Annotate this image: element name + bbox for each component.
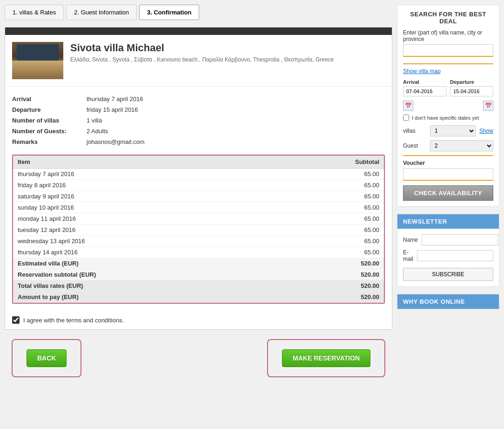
- guest-label: Guest: [403, 143, 426, 149]
- price-cell: 65.00: [282, 202, 384, 213]
- estimated-villa-value: 520.00: [282, 258, 384, 269]
- terms-label: I agree with the terms and conditions.: [23, 317, 124, 324]
- steps-nav: 1. villas & Rates 2. Guest Information 3…: [5, 5, 392, 20]
- table-row: tuesday 12 april 2016 65.00: [13, 225, 384, 236]
- num-villas-label: Number of villas: [12, 117, 87, 124]
- booking-header: [5, 27, 392, 35]
- name-label: Name: [403, 237, 418, 243]
- sidebar: SEARCH FOR THE BEST DEAL Enter (part of)…: [397, 5, 499, 424]
- search-title: SEARCH FOR THE BEST DEAL: [403, 11, 493, 25]
- pricing-table: Item Subtotal thursday 7 april 2016 65.0…: [13, 156, 384, 303]
- date-cell: tuesday 12 april 2016: [13, 225, 282, 236]
- table-row: friday 8 april 2016 65.00: [13, 180, 384, 191]
- subscribe-button[interactable]: SUBSCRIBE: [403, 268, 493, 281]
- terms-row: I agree with the terms and conditions.: [5, 311, 392, 329]
- villa-name: Sivota villa Michael: [70, 42, 334, 54]
- voucher-input[interactable]: [403, 168, 493, 181]
- subtotal-col-header: Subtotal: [282, 156, 384, 169]
- reserve-box: MAKE RESERVATION: [267, 339, 385, 377]
- price-cell: 65.00: [282, 169, 384, 180]
- estimated-villa-label: Estimated villa (EUR): [13, 258, 282, 269]
- why-book-header: WHY BOOK ONLINE: [397, 294, 499, 309]
- villa-details: Sivota villa Michael Ελλάδα, Sivota , Sy…: [70, 42, 334, 79]
- departure-calendar-icon[interactable]: 📅: [483, 101, 493, 111]
- search-section: SEARCH FOR THE BEST DEAL Enter (part of)…: [397, 5, 499, 207]
- amount-to-pay-value: 520.00: [282, 292, 384, 303]
- voucher-label: Voucher: [403, 160, 493, 166]
- booking-details: Arrival thursday 7 april 2016 Departure …: [5, 87, 392, 155]
- arrival-date-label: Arrival: [403, 79, 446, 85]
- email-input[interactable]: [417, 250, 493, 261]
- pricing-section: Item Subtotal thursday 7 april 2016 65.0…: [12, 155, 385, 304]
- reservation-subtotal-value: 520.00: [282, 269, 384, 280]
- price-cell: 65.00: [282, 191, 384, 202]
- name-input[interactable]: [422, 234, 498, 245]
- table-row: sunday 10 april 2016 65.00: [13, 202, 384, 213]
- table-row: thursday 7 april 2016 65.00: [13, 169, 384, 180]
- table-row: saturday 9 april 2016 65.00: [13, 191, 384, 202]
- make-reservation-button[interactable]: MAKE RESERVATION: [282, 349, 370, 367]
- no-dates-checkbox[interactable]: [403, 115, 409, 121]
- villa-address: Ελλάδα, Sivota , Syvota , Σύβοτα , Karvo…: [70, 56, 334, 63]
- villas-label: villas: [403, 128, 426, 134]
- price-cell: 65.00: [282, 236, 384, 247]
- newsletter-header: NEWSLETTER: [397, 214, 499, 229]
- departure-date-input[interactable]: [450, 86, 493, 96]
- show-map-link[interactable]: Show villa map: [403, 68, 493, 75]
- date-cell: friday 8 april 2016: [13, 180, 282, 191]
- amount-to-pay-label: Amount to pay (EUR): [13, 292, 282, 303]
- search-input[interactable]: [403, 44, 493, 57]
- departure-label: Departure: [12, 106, 87, 113]
- num-guests-label: Number of Guests:: [12, 128, 87, 135]
- item-col-header: Item: [13, 156, 282, 169]
- email-label: E-mail: [403, 249, 413, 262]
- departure-date-label: Departure: [450, 79, 493, 85]
- no-dates-label: I don't have specific dates yet: [412, 115, 479, 121]
- actions-row: BACK MAKE RESERVATION: [5, 332, 392, 384]
- date-cell: saturday 9 april 2016: [13, 191, 282, 202]
- back-button[interactable]: BACK: [27, 349, 67, 367]
- check-availability-button[interactable]: CHECK AVAILABILITY: [403, 185, 493, 201]
- why-book-section: WHY BOOK ONLINE: [397, 294, 499, 309]
- terms-checkbox[interactable]: [12, 316, 20, 324]
- remarks-label: Remarks: [12, 138, 87, 145]
- table-row: wednesday 13 april 2016 65.00: [13, 236, 384, 247]
- price-cell: 65.00: [282, 247, 384, 258]
- remarks-value: johasnos@gmail.com: [87, 138, 144, 145]
- date-cell: thursday 14 april 2016: [13, 247, 282, 258]
- arrival-value: thursday 7 april 2016: [87, 95, 143, 102]
- step3-btn[interactable]: 3. Confirmation: [139, 5, 199, 20]
- total-villas-label: Total villas rates (EUR): [13, 280, 282, 292]
- guest-select[interactable]: 1 2 3 4: [430, 140, 493, 151]
- table-row: monday 11 april 2016 65.00: [13, 213, 384, 225]
- date-cell: thursday 7 april 2016: [13, 169, 282, 180]
- date-cell: wednesday 13 april 2016: [13, 236, 282, 247]
- reservation-subtotal-label: Reservation subtotal (EUR): [13, 269, 282, 280]
- price-cell: 65.00: [282, 213, 384, 225]
- total-villas-value: 520.00: [282, 280, 384, 292]
- arrival-calendar-icon[interactable]: 📅: [403, 101, 413, 111]
- date-cell: monday 11 april 2016: [13, 213, 282, 225]
- booking-card: Sivota villa Michael Ελλάδα, Sivota , Sy…: [5, 27, 392, 330]
- villa-thumbnail: [12, 42, 63, 79]
- date-cell: sunday 10 april 2016: [13, 202, 282, 213]
- search-label: Enter (part of) villa name, city or prov…: [403, 29, 493, 42]
- step1-btn[interactable]: 1. villas & Rates: [5, 5, 64, 20]
- show-link[interactable]: Show: [479, 128, 493, 134]
- villas-select[interactable]: 1 2 3: [430, 125, 476, 136]
- arrival-label: Arrival: [12, 95, 87, 102]
- price-cell: 65.00: [282, 180, 384, 191]
- step2-btn[interactable]: 2. Guest Information: [66, 5, 137, 20]
- num-villas-value: 1 villa: [87, 117, 102, 124]
- table-row: thursday 14 april 2016 65.00: [13, 247, 384, 258]
- num-guests-value: 2 Adults: [87, 128, 108, 135]
- departure-value: friday 15 april 2016: [87, 106, 138, 113]
- back-box: BACK: [12, 339, 81, 377]
- price-cell: 65.00: [282, 225, 384, 236]
- arrival-date-input[interactable]: [403, 86, 446, 96]
- villa-info: Sivota villa Michael Ελλάδα, Sivota , Sy…: [5, 35, 392, 87]
- newsletter-section: NEWSLETTER Name E-mail SUBSCRIBE: [397, 214, 499, 287]
